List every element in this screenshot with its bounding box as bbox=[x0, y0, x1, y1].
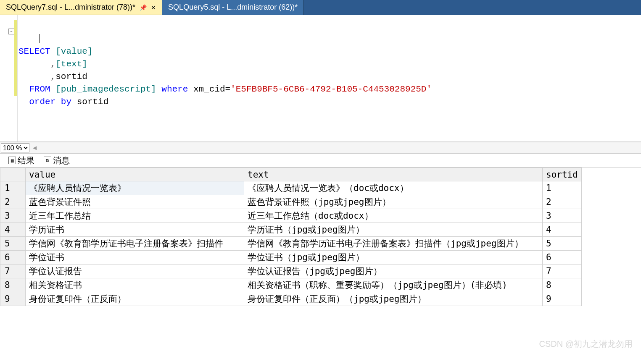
cell-sortid[interactable]: 6 bbox=[543, 251, 582, 264]
cell-sortid[interactable]: 4 bbox=[543, 223, 582, 237]
results-label: 结果 bbox=[18, 155, 34, 166]
sql-editor[interactable]: – SELECT [value] ,[text] ,sortid FROM [p… bbox=[0, 15, 641, 142]
kw-order: order bbox=[29, 97, 55, 107]
row-number[interactable]: 2 bbox=[0, 195, 26, 209]
watermark: CSDN @初九之潜龙勿用 bbox=[539, 338, 633, 350]
tab-label: SQLQuery7.sql - L...dministrator (78))* bbox=[6, 3, 135, 12]
row-number[interactable]: 4 bbox=[0, 223, 26, 237]
comma2: , bbox=[50, 72, 56, 81]
cell-sortid[interactable]: 3 bbox=[543, 209, 582, 223]
table-row[interactable]: 5学信网《教育部学历证书电子注册备案表》扫描件学信网《教育部学历证书电子注册备案… bbox=[0, 237, 582, 251]
tab-label: SQLQuery5.sql - L...dministrator (62))* bbox=[168, 3, 298, 12]
table-row[interactable]: 6学位证书学位证书（jpg或jpeg图片）6 bbox=[0, 251, 582, 264]
cell-text[interactable]: 相关资格证书（职称、重要奖励等）（jpg或jpeg图片）(非必填) bbox=[244, 278, 543, 292]
col-header-value[interactable]: value bbox=[26, 168, 244, 181]
cell-text[interactable]: 学位证书（jpg或jpeg图片） bbox=[244, 251, 543, 264]
table-row[interactable]: 8相关资格证书相关资格证书（职称、重要奖励等）（jpg或jpeg图片）(非必填)… bbox=[0, 278, 582, 292]
kw-where: where bbox=[161, 84, 188, 94]
messages-icon: 🗎 bbox=[44, 157, 51, 164]
change-marker bbox=[14, 20, 17, 96]
cell-sortid[interactable]: 7 bbox=[543, 264, 582, 278]
row-number[interactable]: 7 bbox=[0, 264, 26, 278]
order-col: sortid bbox=[77, 97, 109, 107]
table-row[interactable]: 4学历证书学历证书（jpg或jpeg图片）4 bbox=[0, 223, 582, 237]
results-grid[interactable]: value text sortid 1《应聘人员情况一览表》《应聘人员情况一览表… bbox=[0, 168, 582, 306]
tab-sqlquery5[interactable]: SQLQuery5.sql - L...dministrator (62))* bbox=[162, 0, 304, 15]
table-row[interactable]: 7学位认证报告学位认证报告（jpg或jpeg图片）7 bbox=[0, 264, 582, 278]
guid-literal: 'E5FB9BF5-6CB6-4792-B105-C4453028925D' bbox=[230, 84, 432, 94]
cell-text[interactable]: 蓝色背景证件照（jpg或jpeg图片） bbox=[244, 195, 543, 209]
cell-sortid[interactable]: 9 bbox=[543, 292, 582, 306]
kw-by: by bbox=[61, 97, 71, 107]
fold-icon[interactable]: – bbox=[8, 29, 14, 34]
col-sortid: sortid bbox=[55, 72, 87, 81]
cell-text[interactable]: 学历证书（jpg或jpeg图片） bbox=[244, 223, 543, 237]
kw-select: SELECT bbox=[18, 47, 50, 56]
code-area[interactable]: – SELECT [value] ,[text] ,sortid FROM [p… bbox=[18, 15, 641, 141]
cell-sortid[interactable]: 8 bbox=[543, 278, 582, 292]
cell-text[interactable]: 学位认证报告（jpg或jpeg图片） bbox=[244, 264, 543, 278]
messages-tab[interactable]: 🗎 消息 bbox=[40, 154, 73, 167]
hscroll-left-icon[interactable]: ◀ bbox=[33, 145, 37, 151]
row-number[interactable]: 3 bbox=[0, 209, 26, 223]
row-number[interactable]: 8 bbox=[0, 278, 26, 292]
cell-value[interactable]: 相关资格证书 bbox=[26, 278, 244, 292]
table-row[interactable]: 3近三年工作总结近三年工作总结（doc或docx）3 bbox=[0, 209, 582, 223]
cell-text[interactable]: 身份证复印件（正反面）（jpg或jpeg图片） bbox=[244, 292, 543, 306]
messages-label: 消息 bbox=[53, 155, 70, 166]
cell-sortid[interactable]: 1 bbox=[543, 181, 582, 195]
tab-bar: SQLQuery7.sql - L...dministrator (78))* … bbox=[0, 0, 641, 15]
kw-from: FROM bbox=[29, 84, 50, 94]
cell-value[interactable]: 《应聘人员情况一览表》 bbox=[26, 181, 244, 195]
cell-text[interactable]: 学信网《教育部学历证书电子注册备案表》扫描件（jpg或jpeg图片） bbox=[244, 237, 543, 251]
col-header-text[interactable]: text bbox=[244, 168, 543, 181]
result-tab-bar: ▦ 结果 🗎 消息 bbox=[0, 154, 641, 167]
cell-value[interactable]: 身份证复印件（正反面） bbox=[26, 292, 244, 306]
row-number[interactable]: 9 bbox=[0, 292, 26, 306]
table-row[interactable]: 9身份证复印件（正反面）身份证复印件（正反面）（jpg或jpeg图片）9 bbox=[0, 292, 582, 306]
zoom-select[interactable]: 100 % bbox=[1, 143, 29, 152]
cell-value[interactable]: 学位证书 bbox=[26, 251, 244, 264]
results-tab[interactable]: ▦ 结果 bbox=[5, 154, 38, 167]
corner-cell bbox=[0, 168, 26, 181]
col-text: [text] bbox=[55, 59, 87, 69]
row-number[interactable]: 5 bbox=[0, 237, 26, 251]
cell-value[interactable]: 蓝色背景证件照 bbox=[26, 195, 244, 209]
cell-value[interactable]: 学信网《教育部学历证书电子注册备案表》扫描件 bbox=[26, 237, 244, 251]
tbl-name: [pub_imagedescript] bbox=[55, 84, 156, 94]
where-col: xm_cid= bbox=[193, 84, 230, 94]
header-row: value text sortid bbox=[0, 168, 582, 181]
row-number[interactable]: 6 bbox=[0, 251, 26, 264]
cell-value[interactable]: 学历证书 bbox=[26, 223, 244, 237]
cell-sortid[interactable]: 2 bbox=[543, 195, 582, 209]
tab-sqlquery7[interactable]: SQLQuery7.sql - L...dministrator (78))* … bbox=[0, 0, 162, 15]
comma: , bbox=[50, 59, 56, 69]
results-grid-wrap: value text sortid 1《应聘人员情况一览表》《应聘人员情况一览表… bbox=[0, 167, 641, 306]
cell-value[interactable]: 学位认证报告 bbox=[26, 264, 244, 278]
cell-text[interactable]: 近三年工作总结（doc或docx） bbox=[244, 209, 543, 223]
cell-value[interactable]: 近三年工作总结 bbox=[26, 209, 244, 223]
row-number[interactable]: 1 bbox=[0, 181, 26, 195]
zoom-bar: 100 % ◀ bbox=[0, 142, 641, 154]
cell-text[interactable]: 《应聘人员情况一览表》（doc或docx） bbox=[244, 181, 543, 195]
grid-icon: ▦ bbox=[8, 157, 16, 164]
cell-sortid[interactable]: 5 bbox=[543, 237, 582, 251]
table-row[interactable]: 1《应聘人员情况一览表》《应聘人员情况一览表》（doc或docx）1 bbox=[0, 181, 582, 195]
col-header-sortid[interactable]: sortid bbox=[543, 168, 582, 181]
pin-icon[interactable]: 📌 bbox=[140, 4, 147, 11]
col-value: [value] bbox=[55, 47, 92, 56]
close-icon[interactable]: ✕ bbox=[151, 4, 156, 11]
table-row[interactable]: 2蓝色背景证件照蓝色背景证件照（jpg或jpeg图片）2 bbox=[0, 195, 582, 209]
